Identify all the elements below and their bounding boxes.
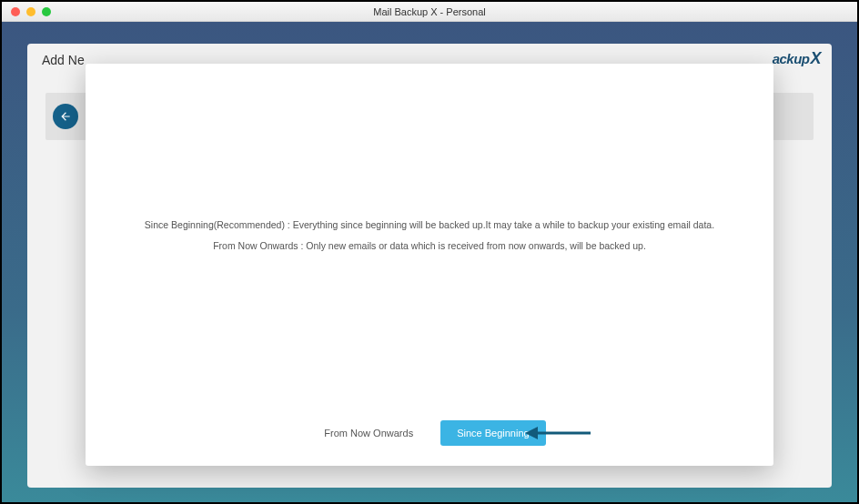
pointer-arrow-icon bbox=[525, 424, 591, 442]
window-title: Mail Backup X - Personal bbox=[373, 6, 486, 17]
modal-description: Since Beginning(Recommended) : Everythin… bbox=[145, 215, 714, 257]
back-button[interactable] bbox=[53, 104, 78, 129]
brand-text: ackup bbox=[773, 51, 810, 66]
traffic-lights bbox=[11, 7, 51, 16]
minimize-window-button[interactable] bbox=[26, 7, 35, 16]
brand-x: X bbox=[810, 49, 821, 67]
window-frame: Mail Backup X - Personal Add Ne ackupX bbox=[0, 0, 859, 504]
app-background: Add Ne ackupX Since Beginning(Recommende… bbox=[2, 22, 857, 502]
modal-line-2: From Now Onwards : Only new emails or da… bbox=[145, 236, 714, 257]
modal-body: Since Beginning(Recommended) : Everythin… bbox=[86, 64, 773, 408]
back-arrow-icon bbox=[59, 110, 72, 123]
annotation-arrow bbox=[525, 424, 591, 442]
modal-line-1: Since Beginning(Recommended) : Everythin… bbox=[145, 215, 714, 236]
modal-footer: From Now Onwards Since Beginning bbox=[86, 408, 773, 466]
backup-range-modal: Since Beginning(Recommended) : Everythin… bbox=[86, 64, 773, 466]
maximize-window-button[interactable] bbox=[42, 7, 51, 16]
svg-marker-1 bbox=[525, 427, 538, 439]
close-window-button[interactable] bbox=[11, 7, 20, 16]
window-titlebar: Mail Backup X - Personal bbox=[2, 2, 857, 22]
modal-overlay: Since Beginning(Recommended) : Everythin… bbox=[2, 22, 857, 502]
from-now-onwards-button[interactable]: From Now Onwards bbox=[313, 421, 424, 445]
brand-logo: ackupX bbox=[773, 49, 821, 68]
